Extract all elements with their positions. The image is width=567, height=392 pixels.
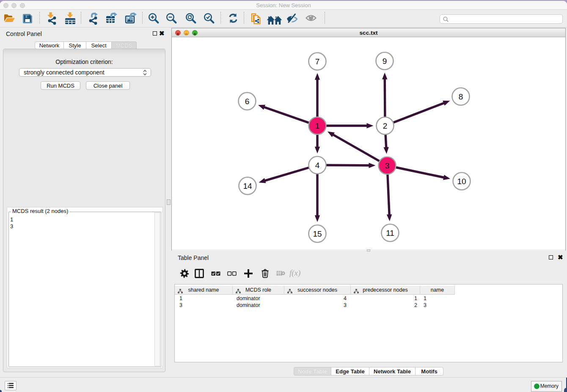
svg-text:15: 15 [313,229,322,238]
svg-text:7: 7 [315,57,320,66]
svg-text:4: 4 [315,161,320,170]
svg-text:1: 1 [315,121,320,130]
svg-text:2: 2 [383,121,388,130]
svg-text:6: 6 [245,97,250,106]
svg-text:11: 11 [386,229,394,237]
svg-text:9: 9 [383,57,387,66]
svg-text:14: 14 [243,182,252,190]
svg-text:3: 3 [385,161,390,170]
svg-text:8: 8 [459,92,463,101]
svg-text:10: 10 [457,177,466,186]
svg-text:f(x): f(x) [289,269,300,278]
